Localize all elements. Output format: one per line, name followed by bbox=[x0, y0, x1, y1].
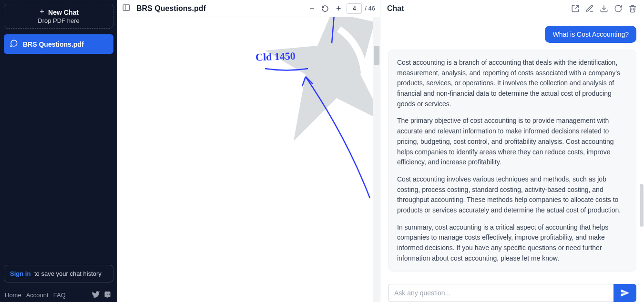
sidebar-toggle-icon[interactable] bbox=[122, 3, 131, 14]
chat-icon bbox=[10, 39, 18, 49]
refresh-icon[interactable] bbox=[613, 4, 623, 13]
pdf-handwriting-text: Cld 1450 bbox=[256, 50, 296, 64]
pdf-ink-annotations bbox=[117, 17, 380, 302]
drop-pdf-hint: Drop PDF here bbox=[9, 17, 108, 24]
ai-paragraph: The primary objective of cost accounting… bbox=[397, 116, 627, 167]
user-message: What is Cost Accounting? bbox=[545, 26, 636, 43]
discord-icon[interactable] bbox=[104, 290, 112, 300]
ai-paragraph: Cost accounting is a branch of accountin… bbox=[397, 58, 627, 109]
chat-input[interactable] bbox=[388, 284, 613, 302]
pdf-scrollbar[interactable] bbox=[373, 17, 380, 302]
signin-prompt[interactable]: Sign in to save your chat history bbox=[4, 265, 113, 282]
rotate-button[interactable] bbox=[320, 3, 330, 14]
footer-faq-link[interactable]: FAQ bbox=[53, 292, 66, 299]
chat-scrollbar-thumb[interactable] bbox=[640, 184, 644, 227]
chat-title: Chat bbox=[387, 4, 404, 13]
signin-link[interactable]: Sign in bbox=[10, 270, 31, 277]
pdf-toolbar: BRS Questions.pdf − + / 46 bbox=[117, 0, 380, 17]
chat-panel: Chat What is Cost Accounting? Cost accou… bbox=[380, 0, 644, 302]
chat-messages: What is Cost Accounting? Cost accounting… bbox=[380, 17, 644, 279]
send-icon bbox=[620, 288, 630, 298]
twitter-icon[interactable] bbox=[92, 290, 100, 300]
new-chat-button[interactable]: New Chat Drop PDF here bbox=[4, 4, 113, 29]
ai-paragraph: In summary, cost accounting is a critica… bbox=[397, 222, 627, 264]
send-button[interactable] bbox=[613, 284, 636, 302]
chat-scrollbar[interactable] bbox=[639, 17, 644, 280]
footer-home-link[interactable]: Home bbox=[5, 292, 21, 299]
page-total-label: / 46 bbox=[365, 5, 375, 12]
plus-icon bbox=[39, 8, 45, 16]
ai-paragraph: Cost accounting involves various techniq… bbox=[397, 174, 627, 216]
zoom-out-button[interactable]: − bbox=[307, 3, 317, 14]
download-icon[interactable] bbox=[599, 4, 609, 13]
page-number-input[interactable] bbox=[347, 3, 362, 14]
share-icon[interactable] bbox=[571, 4, 580, 13]
sidebar-item-label: BRS Questions.pdf bbox=[23, 40, 84, 48]
new-chat-label: New Chat bbox=[48, 9, 79, 16]
ai-message: Cost accounting is a branch of accountin… bbox=[388, 50, 636, 272]
pdf-panel: BRS Questions.pdf − + / 46 Cld 1450 bbox=[117, 0, 380, 302]
zoom-in-button[interactable]: + bbox=[333, 3, 344, 14]
edit-icon[interactable] bbox=[585, 4, 594, 13]
svg-rect-2 bbox=[123, 5, 130, 10]
pdf-scrollbar-thumb[interactable] bbox=[374, 46, 379, 65]
pdf-title: BRS Questions.pdf bbox=[136, 4, 206, 13]
chat-input-row bbox=[380, 279, 644, 302]
trash-icon[interactable] bbox=[628, 4, 637, 13]
signin-rest: to save your chat history bbox=[34, 270, 102, 277]
chat-header: Chat bbox=[380, 0, 644, 17]
sidebar: New Chat Drop PDF here BRS Questions.pdf… bbox=[0, 0, 117, 302]
footer-account-link[interactable]: Account bbox=[26, 292, 49, 299]
footer-links: Home Account FAQ bbox=[0, 287, 117, 302]
sidebar-item-active-chat[interactable]: BRS Questions.pdf bbox=[4, 34, 113, 54]
pdf-viewport[interactable]: Cld 1450 bbox=[117, 17, 380, 302]
